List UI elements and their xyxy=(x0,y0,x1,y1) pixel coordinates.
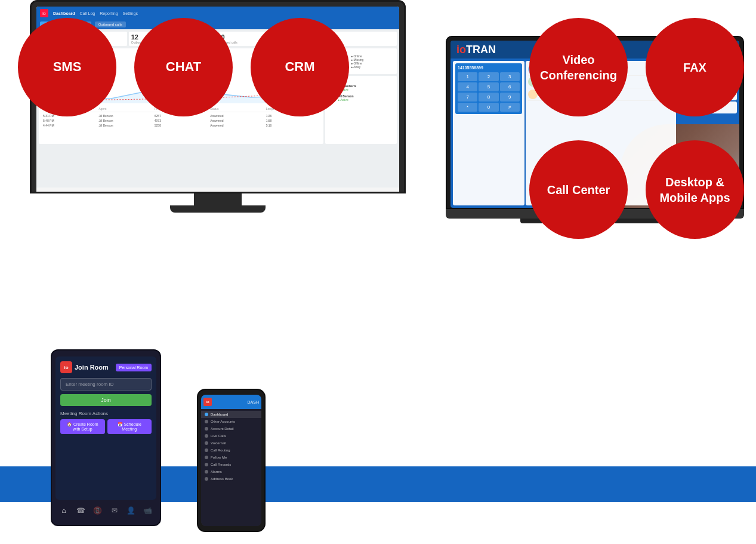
top-circles-row: SMS CHAT CRM xyxy=(18,18,349,116)
table-row: 5:48 PM Jill Benson 4973 Answered 1:58 xyxy=(43,118,319,123)
circle-sms: SMS xyxy=(18,18,116,116)
nav-reporting[interactable]: Reporting xyxy=(100,11,118,16)
nav-call-log[interactable]: Call Log xyxy=(80,11,95,16)
key-5[interactable]: 5 xyxy=(479,82,498,91)
key-star[interactable]: * xyxy=(458,103,477,112)
key-0[interactable]: 0 xyxy=(479,103,498,112)
menu-dot-icon xyxy=(205,420,208,423)
menu-dot-icon xyxy=(205,456,208,459)
phone-menu-call-records[interactable]: Call Records xyxy=(201,461,261,468)
donut-legend: ● Online ● Missing ● Offline ● Away xyxy=(351,54,363,69)
circle-chat: CHAT xyxy=(134,18,233,116)
key-1[interactable]: 1 xyxy=(458,72,477,81)
tablet-header: io Join Room Personal Room xyxy=(60,361,152,373)
menu-dot-icon xyxy=(205,427,208,431)
circle-fax: FAX xyxy=(646,18,744,116)
tablet-frame: io Join Room Personal Room Enter meeting… xyxy=(51,349,161,526)
phone-app-name: DASH xyxy=(248,400,259,404)
phone-wrapper: io DASH Dashboard Other Accounts Account… xyxy=(197,389,266,532)
key-7[interactable]: 7 xyxy=(458,93,477,102)
circle-desktop-mobile: Desktop &Mobile Apps xyxy=(646,140,744,239)
app-phone-area: 14105558899 1 2 3 4 5 6 7 8 xyxy=(455,63,522,114)
phone-menu-call-routing[interactable]: Call Routing xyxy=(201,447,261,454)
tablet-nav-bar: ⌂ ☎ 📵 ✉ 👤 📹 xyxy=(55,502,156,519)
phone-frame: io DASH Dashboard Other Accounts Account… xyxy=(197,389,266,532)
phone-menu-list: Dashboard Other Accounts Account Detail … xyxy=(201,409,261,526)
tablet-content: io Join Room Personal Room Enter meeting… xyxy=(55,356,156,500)
phone-top-bar: io DASH xyxy=(201,395,261,409)
table-row: 4:44 PM Jill Benson 5258 Answered 5:16 xyxy=(43,123,319,128)
key-3[interactable]: 3 xyxy=(500,72,520,81)
key-6[interactable]: 6 xyxy=(500,82,520,91)
phone-menu-account-detail[interactable]: Account Detail xyxy=(201,425,261,432)
nav-contacts-icon[interactable]: 👤 xyxy=(125,505,137,517)
right-circles-top: VideoConferencing FAX xyxy=(529,18,744,116)
keypad: 1 2 3 4 5 6 7 8 9 * xyxy=(458,72,520,112)
menu-dot-icon xyxy=(205,470,208,474)
phone-menu-follow-me[interactable]: Follow Me xyxy=(201,454,261,461)
menu-dot-icon xyxy=(205,463,208,466)
nav-missed-icon[interactable]: 📵 xyxy=(91,505,103,517)
phone-menu-voicemail[interactable]: Voicemail xyxy=(201,439,261,447)
menu-dot-icon xyxy=(205,434,208,438)
iotran-logo-tran: TRAN xyxy=(466,44,496,56)
key-9[interactable]: 9 xyxy=(500,93,520,102)
dashboard-nav: Dashboard Call Log Reporting Settings xyxy=(53,11,138,16)
meeting-actions-title: Meeting Room Actions xyxy=(60,411,152,416)
menu-dot-icon xyxy=(205,477,208,481)
monitor-stand xyxy=(194,193,242,205)
menu-dot-icon xyxy=(205,413,208,416)
right-circles-bottom: Call Center Desktop &Mobile Apps xyxy=(529,140,744,239)
nav-messages-icon[interactable]: ✉ xyxy=(109,505,121,517)
circle-video: VideoConferencing xyxy=(529,18,628,116)
action-buttons: 🏠 Create Room with Setup 📅 Schedule Meet… xyxy=(60,419,152,434)
key-8[interactable]: 8 xyxy=(479,93,498,102)
circle-crm: CRM xyxy=(251,18,349,116)
circle-call-center: Call Center xyxy=(529,140,628,239)
key-2[interactable]: 2 xyxy=(479,72,498,81)
nav-conference-icon[interactable]: 📹 xyxy=(142,505,154,517)
key-4[interactable]: 4 xyxy=(458,82,477,91)
app-left-panel: 14105558899 1 2 3 4 5 6 7 8 xyxy=(453,61,524,205)
join-room-title: Join Room xyxy=(75,364,113,371)
personal-room-btn[interactable]: Personal Room xyxy=(116,364,152,371)
tablet-wrapper: io Join Room Personal Room Enter meeting… xyxy=(51,349,161,526)
phone-screen: io DASH Dashboard Other Accounts Account… xyxy=(201,395,261,526)
monitor-base xyxy=(170,205,266,213)
dash-logo-icon: io xyxy=(40,9,48,17)
phone-menu-live-calls[interactable]: Live Calls xyxy=(201,432,261,439)
menu-dot-icon xyxy=(205,441,208,445)
phone-menu-dashboard[interactable]: Dashboard xyxy=(201,411,261,418)
key-hash[interactable]: # xyxy=(500,103,520,112)
join-button[interactable]: Join xyxy=(60,394,152,406)
phone-number-display: 14105558899 xyxy=(458,66,520,70)
schedule-meeting-btn[interactable]: 📅 Schedule Meeting xyxy=(107,419,152,434)
main-wrapper: SMS CHAT CRM VideoConferencing FAX Call … xyxy=(0,0,756,544)
phone-logo-icon: io xyxy=(203,398,212,406)
nav-history-icon[interactable]: ☎ xyxy=(75,505,87,517)
iotran-logo: ioTRAN xyxy=(456,44,496,56)
create-room-btn[interactable]: 🏠 Create Room with Setup xyxy=(60,419,105,434)
nav-home-icon[interactable]: ⌂ xyxy=(58,505,70,517)
nav-settings[interactable]: Settings xyxy=(123,11,138,16)
iotran-logo-io: io xyxy=(456,44,466,56)
tablet-screen: io Join Room Personal Room Enter meeting… xyxy=(55,356,156,500)
nav-dashboard[interactable]: Dashboard xyxy=(53,11,75,16)
phone-menu-address-book[interactable]: Address Book xyxy=(201,475,261,482)
meeting-input[interactable]: Enter meeting room ID xyxy=(60,378,152,391)
phone-menu-other-accounts[interactable]: Other Accounts xyxy=(201,418,261,425)
tablet-logo-icon: io xyxy=(60,361,72,373)
phone-menu-alarms[interactable]: Alarms xyxy=(201,468,261,475)
menu-dot-icon xyxy=(205,448,208,452)
